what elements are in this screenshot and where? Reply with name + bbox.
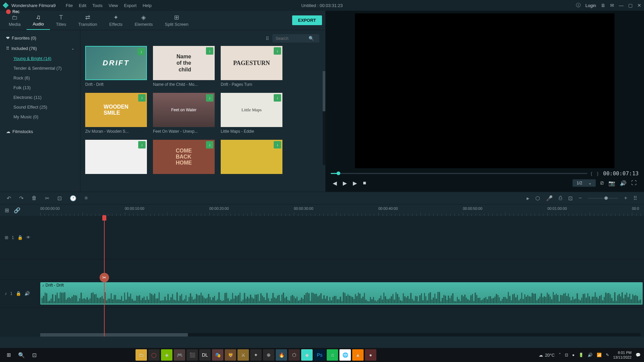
mute-icon[interactable]: 🔊 — [24, 291, 30, 296]
tray-network-icon[interactable]: 📶 — [597, 353, 602, 357]
tray-icon[interactable]: ⊡ — [565, 353, 568, 357]
next-frame-button[interactable]: ▶ — [343, 180, 347, 186]
sidebar-item-tender[interactable]: Tender & Sentimental (7) — [0, 63, 80, 73]
redo-button[interactable]: ↷ — [19, 195, 23, 201]
audio-card[interactable]: Feet on Water↓Feet On Water - Unexp... — [153, 93, 215, 134]
marker-button[interactable]: ⬡ — [535, 195, 540, 201]
download-icon[interactable]: ↓ — [138, 48, 145, 55]
minimize-icon[interactable]: — — [619, 3, 624, 8]
record-voiceover-button[interactable]: 🎤 — [546, 195, 553, 201]
sidebar-item-rock[interactable]: Rock (6) — [0, 73, 80, 83]
login-button[interactable]: Login — [585, 3, 596, 8]
scrollbar[interactable] — [323, 71, 325, 165]
lock-icon[interactable]: 🔒 — [17, 235, 23, 240]
taskbar-app[interactable]: ⬛ — [186, 349, 198, 361]
audio-track[interactable]: ♪ 1 🔒 🔊 Drift - Drift — [0, 280, 644, 308]
fullscreen-icon[interactable]: ⛶ — [631, 180, 637, 186]
tray-icon[interactable]: ● — [572, 353, 575, 357]
tab-effects[interactable]: ✦Effects — [103, 11, 129, 30]
sidebar-item-sound-effect[interactable]: Sound Effect (25) — [0, 102, 80, 112]
maximize-icon[interactable]: ▢ — [628, 3, 633, 8]
search-icon[interactable]: 🔍 — [309, 36, 314, 41]
audio-card[interactable]: COMEBACKHOME↓ — [153, 140, 215, 174]
split-at-playhead-button[interactable]: ✂ — [100, 273, 109, 282]
menu-view[interactable]: View — [109, 3, 118, 8]
export-button[interactable]: EXPORT — [292, 15, 322, 25]
taskbar-app[interactable]: 🎭 — [212, 349, 223, 361]
taskbar-app-filmora[interactable]: ◆ — [301, 349, 313, 361]
zoom-out-button[interactable]: − — [579, 195, 582, 201]
taskbar-app-chrome[interactable]: 🌐 — [339, 349, 351, 361]
taskbar-app[interactable]: ⚔ — [237, 349, 249, 361]
download-icon[interactable]: ↓ — [274, 141, 281, 148]
zoom-in-button[interactable]: + — [624, 195, 627, 201]
tray-battery-icon[interactable]: 🔋 — [579, 353, 584, 357]
sidebar-item-my-music[interactable]: My Music (0) — [0, 112, 80, 122]
taskbar-app-nvidia[interactable]: ◈ — [161, 349, 172, 361]
render-button[interactable]: ▸ — [527, 195, 529, 201]
sidebar-included[interactable]: ⠿ Included (76)⌄ — [0, 43, 80, 54]
download-icon[interactable]: ↓ — [138, 141, 146, 148]
split-button[interactable]: ✂ — [45, 195, 49, 201]
taskbar-app-photoshop[interactable]: Ps — [314, 349, 325, 361]
taskbar-app[interactable]: ⊕ — [263, 349, 274, 361]
preview-viewport[interactable] — [355, 13, 614, 168]
notifications-icon[interactable]: 💬 — [636, 353, 641, 357]
marker-in-icon[interactable]: { — [591, 171, 593, 176]
download-icon[interactable]: ↓ — [274, 47, 281, 55]
visibility-icon[interactable]: 👁 — [26, 235, 31, 240]
timeline-scrollbar[interactable] — [40, 333, 641, 337]
taskbar-app-vlc[interactable]: ▲ — [352, 349, 364, 361]
download-icon[interactable]: ↓ — [274, 94, 281, 102]
grid-view-icon[interactable]: ⠿ — [266, 36, 269, 41]
stop-button[interactable]: ■ — [363, 180, 366, 186]
timeline-ruler[interactable]: ⊞ 🔗 00:00:00:00 00:00:10:00 00:00:20:00 … — [0, 204, 644, 216]
mixer-icon[interactable]: ⎙ — [559, 195, 562, 201]
playhead-handle[interactable] — [102, 215, 106, 221]
sidebar-item-folk[interactable]: Folk (13) — [0, 83, 80, 93]
marker-out-icon[interactable]: } — [597, 171, 600, 176]
search-button[interactable]: 🔍 — [16, 350, 27, 360]
lock-icon[interactable]: 🔒 — [16, 291, 21, 296]
play-button[interactable]: ▶ — [353, 180, 357, 186]
tab-audio[interactable]: ♫Audio — [26, 11, 50, 30]
track-add-icon[interactable]: ⊞ — [5, 207, 9, 214]
tab-split-screen[interactable]: ⊞Split Screen — [159, 11, 195, 30]
audio-card[interactable]: Nameof thechild↓Name of the Child - Mo..… — [153, 46, 215, 87]
volume-icon[interactable]: 🔊 — [620, 180, 627, 186]
tab-transition[interactable]: ⇄Transition — [72, 11, 103, 30]
sidebar-filmstocks[interactable]: ☁ Filmstocks — [0, 126, 80, 137]
save-icon[interactable]: 🗎 — [601, 3, 605, 8]
audio-card[interactable]: Little Maps↓Little Maps - Eddie — [221, 93, 282, 134]
zoom-fit-icon[interactable]: ⊡ — [568, 195, 573, 201]
audio-card[interactable]: ↓ — [85, 140, 147, 174]
tray-volume-icon[interactable]: 🔊 — [588, 353, 593, 357]
manage-tracks-icon[interactable]: ⠿ — [633, 195, 637, 201]
menu-file[interactable]: File — [66, 3, 73, 8]
delete-button[interactable]: 🗑 — [32, 195, 37, 201]
link-icon[interactable]: 🔗 — [14, 207, 20, 214]
download-icon[interactable]: ↓ — [206, 94, 213, 102]
task-view-button[interactable]: ⊡ — [29, 350, 40, 360]
prev-frame-button[interactable]: ◀ — [333, 180, 337, 186]
sidebar-item-young-bright[interactable]: Young & Bright (14) — [0, 54, 80, 63]
download-icon[interactable]: ↓ — [138, 94, 146, 102]
tab-titles[interactable]: TTitles — [50, 11, 72, 30]
audio-card[interactable]: ↓ — [221, 140, 282, 174]
tray-chevron-icon[interactable]: ˄ — [559, 353, 561, 357]
playback-slider[interactable] — [331, 173, 587, 174]
taskbar-app[interactable]: ● — [365, 349, 376, 361]
taskbar-app[interactable]: 🔥 — [276, 349, 287, 361]
speed-button[interactable]: 🕐 — [70, 195, 76, 201]
snapshot-icon[interactable]: 📷 — [608, 180, 615, 186]
render-preview-icon[interactable]: ⎚ — [600, 180, 604, 186]
undo-button[interactable]: ↶ — [7, 195, 11, 201]
tray-icon[interactable]: ✎ — [606, 353, 609, 357]
mail-icon[interactable]: ✉ — [610, 3, 614, 8]
taskbar-app[interactable]: 🦁 — [225, 349, 236, 361]
audio-card[interactable]: WOODENSMILE↓Ziv Moran - Wooden S... — [85, 93, 147, 134]
zoom-slider[interactable] — [588, 198, 618, 199]
menu-export[interactable]: Export — [124, 3, 137, 8]
audio-clip[interactable]: Drift - Drift — [40, 282, 643, 305]
taskbar-app[interactable]: 🎮 — [174, 349, 185, 361]
